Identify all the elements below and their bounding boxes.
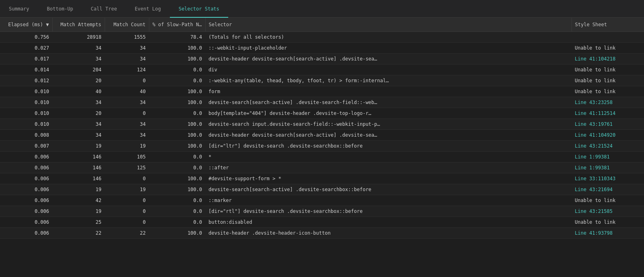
cell-col-attempts: 40 [52, 86, 105, 97]
table-row: 0.0103434100.0devsite-search input.devsi… [0, 119, 644, 130]
cell-col-elapsed: 0.010 [0, 86, 52, 97]
table-row: 0.0142041240.0divUnable to link [0, 65, 644, 75]
table-row: 0.0122000.0:-webkit-any(table, thead, tb… [0, 75, 644, 86]
cell-stylesheet[interactable]: Line 43:21694 [572, 184, 644, 195]
cell-col-slowpath: 100.0 [149, 97, 205, 108]
table-row: 0.0102000.0body[template="404"] devsite-… [0, 108, 644, 119]
table-row: 0.75628918155578.4(Totals for all select… [0, 32, 644, 43]
cell-stylesheet[interactable]: Line 41:104920 [572, 130, 644, 141]
tab-selector-stats[interactable]: Selector Stats [170, 0, 228, 18]
table-row: 0.0061919100.0devsite-search[search-acti… [0, 184, 644, 195]
col-header-stylesheet[interactable]: Style Sheet [572, 18, 644, 32]
cell-col-selector: ::after [205, 162, 572, 173]
cell-col-slowpath: 78.4 [149, 32, 205, 43]
cell-col-slowpath: 0.0 [149, 162, 205, 173]
cell-col-elapsed: 0.006 [0, 184, 52, 195]
cell-stylesheet[interactable]: Line 43:23258 [572, 97, 644, 108]
cell-col-attempts: 34 [52, 43, 105, 54]
cell-col-count: 34 [105, 43, 149, 54]
cell-col-slowpath: 100.0 [149, 86, 205, 97]
cell-col-count: 125 [105, 162, 149, 173]
cell-col-attempts: 34 [52, 97, 105, 108]
tab-call-tree[interactable]: Call Tree [82, 0, 126, 18]
table-row: 0.0061900.0[dir="rtl"] devsite-search .d… [0, 206, 644, 217]
cell-col-elapsed: 0.010 [0, 108, 52, 119]
tab-bottom-up[interactable]: Bottom-Up [38, 0, 82, 18]
cell-col-elapsed: 0.006 [0, 228, 52, 239]
cell-col-elapsed: 0.010 [0, 97, 52, 108]
col-header-slowpath[interactable]: % of Slow-Path N… [149, 18, 205, 32]
cell-col-count: 40 [105, 86, 149, 97]
cell-col-count: 0 [105, 75, 149, 86]
cell-col-elapsed: 0.006 [0, 152, 52, 162]
cell-col-attempts: 34 [52, 119, 105, 130]
cell-col-elapsed: 0.006 [0, 217, 52, 228]
table-row: 0.0273434100.0::-webkit-input-placeholde… [0, 43, 644, 54]
cell-stylesheet[interactable]: Line 33:110343 [572, 173, 644, 184]
table-row: 0.0062222100.0devsite-header .devsite-he… [0, 228, 644, 239]
cell-col-selector: (Totals for all selectors) [205, 32, 572, 43]
cell-col-selector: devsite-search[search-active] .devsite-s… [205, 97, 572, 108]
cell-col-selector: * [205, 152, 572, 162]
cell-col-count: 0 [105, 108, 149, 119]
cell-col-elapsed: 0.012 [0, 75, 52, 86]
cell-stylesheet[interactable]: Line 43:21585 [572, 206, 644, 217]
table-row: 0.0061461250.0::afterLine 1:99381 [0, 162, 644, 173]
cell-col-attempts: 28918 [52, 32, 105, 43]
cell-col-attempts: 19 [52, 206, 105, 217]
cell-col-attempts: 204 [52, 65, 105, 75]
cell-col-slowpath: 0.0 [149, 75, 205, 86]
cell-col-attempts: 22 [52, 228, 105, 239]
cell-col-selector: devsite-header devsite-search[search-act… [205, 54, 572, 65]
table-row: 0.0061461050.0*Line 1:99381 [0, 152, 644, 162]
table-row: 0.0064200.0::markerUnable to link [0, 195, 644, 206]
cell-col-count: 1555 [105, 32, 149, 43]
cell-stylesheet[interactable]: Line 43:21524 [572, 141, 644, 152]
cell-col-slowpath: 0.0 [149, 195, 205, 206]
table-row: 0.0103434100.0devsite-search[search-acti… [0, 97, 644, 108]
cell-col-count: 19 [105, 184, 149, 195]
cell-col-elapsed: 0.008 [0, 130, 52, 141]
cell-col-count: 34 [105, 97, 149, 108]
cell-col-slowpath: 100.0 [149, 228, 205, 239]
cell-col-count: 105 [105, 152, 149, 162]
cell-col-selector: devsite-search input.devsite-search-fiel… [205, 119, 572, 130]
table-row: 0.0104040100.0formUnable to link [0, 86, 644, 97]
cell-stylesheet[interactable]: Line 1:99381 [572, 162, 644, 173]
cell-col-slowpath: 100.0 [149, 54, 205, 65]
cell-col-elapsed: 0.006 [0, 173, 52, 184]
cell-stylesheet[interactable]: Line 1:99381 [572, 152, 644, 162]
cell-col-attempts: 34 [52, 54, 105, 65]
table-row: 0.0071919100.0[dir="ltr"] devsite-search… [0, 141, 644, 152]
tab-summary[interactable]: Summary [0, 0, 38, 18]
cell-col-count: 34 [105, 54, 149, 65]
cell-col-elapsed: 0.010 [0, 119, 52, 130]
table-row: 0.0061460100.0#devsite-support-form > *L… [0, 173, 644, 184]
cell-stylesheet[interactable]: Line 41:112514 [572, 108, 644, 119]
cell-col-elapsed: 0.017 [0, 54, 52, 65]
cell-stylesheet[interactable]: Line 41:104218 [572, 54, 644, 65]
cell-stylesheet: Unable to link [572, 217, 644, 228]
cell-col-selector: form [205, 86, 572, 97]
table-row: 0.0173434100.0devsite-header devsite-sea… [0, 54, 644, 65]
cell-col-selector: div [205, 65, 572, 75]
col-header-elapsed[interactable]: Elapsed (ms) ▼ [0, 18, 52, 32]
tab-event-log[interactable]: Event Log [126, 0, 170, 18]
cell-stylesheet[interactable]: Line 41:93798 [572, 228, 644, 239]
cell-col-elapsed: 0.006 [0, 206, 52, 217]
cell-col-elapsed: 0.014 [0, 65, 52, 75]
cell-col-attempts: 146 [52, 162, 105, 173]
cell-col-count: 19 [105, 141, 149, 152]
cell-col-selector: #devsite-support-form > * [205, 173, 572, 184]
cell-col-count: 34 [105, 119, 149, 130]
col-header-attempts[interactable]: Match Attempts [52, 18, 105, 32]
col-header-selector[interactable]: Selector [205, 18, 572, 32]
cell-col-attempts: 19 [52, 184, 105, 195]
tab-bar: SummaryBottom-UpCall TreeEvent LogSelect… [0, 0, 644, 18]
cell-stylesheet[interactable]: Line 43:19761 [572, 119, 644, 130]
cell-stylesheet: Unable to link [572, 75, 644, 86]
col-header-count[interactable]: Match Count [105, 18, 149, 32]
cell-col-slowpath: 0.0 [149, 217, 205, 228]
cell-col-count: 0 [105, 173, 149, 184]
cell-col-slowpath: 100.0 [149, 141, 205, 152]
